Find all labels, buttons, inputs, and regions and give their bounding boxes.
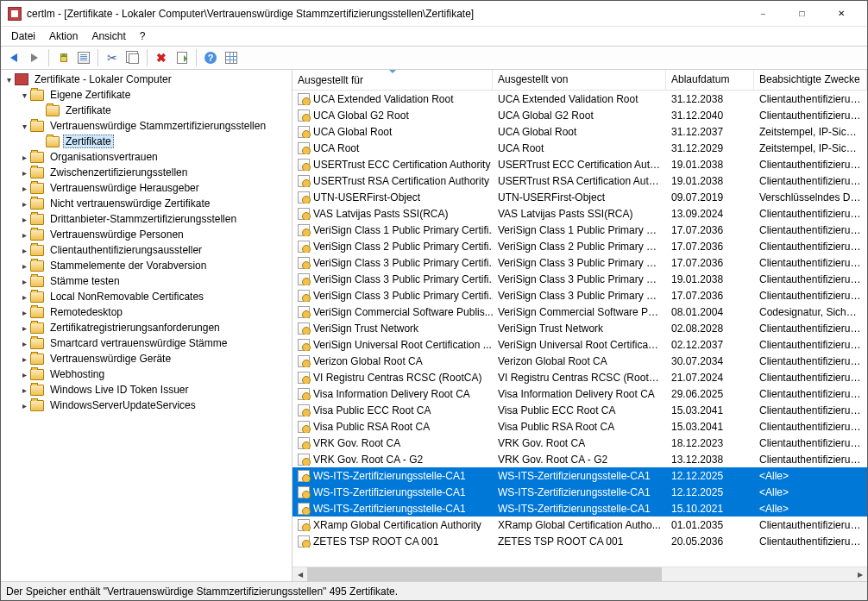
tree-item[interactable]: Zertifikate <box>3 134 290 149</box>
up-button[interactable] <box>53 48 72 67</box>
certificate-icon <box>298 535 310 548</box>
table-row[interactable]: UCA Extended Validation RootUCA Extended… <box>292 91 867 107</box>
table-row[interactable]: VRK Gov. Root CAVRK Gov. Root CA18.12.20… <box>292 435 867 451</box>
tree-item[interactable]: ▸Windows Live ID Token Issuer <box>3 382 290 398</box>
column-issued-to[interactable]: Ausgestellt für <box>292 70 493 90</box>
tree-item[interactable]: ▸Remotedesktop <box>3 304 290 320</box>
table-row[interactable]: UCA RootUCA Root31.12.2029Zeitstempel, I… <box>292 140 867 156</box>
minimize-button[interactable]: – <box>744 1 783 27</box>
tree-toggle-icon[interactable]: ▸ <box>18 354 30 364</box>
tree-toggle-icon[interactable]: ▸ <box>18 261 30 271</box>
scroll-left-button[interactable]: ◀ <box>292 567 307 582</box>
table-row[interactable]: Visa Public ECC Root CAVisa Public ECC R… <box>292 402 867 418</box>
table-row[interactable]: USERTrust ECC Certification AuthorityUSE… <box>292 156 867 172</box>
tree-item[interactable]: ▸Zwischenzertifizierungsstellen <box>3 165 290 180</box>
menu-view[interactable]: Ansicht <box>85 28 132 44</box>
tree-toggle-icon[interactable]: ▾ <box>18 91 30 100</box>
close-button[interactable]: ✕ <box>821 1 860 27</box>
tree-item[interactable]: ▸Local NonRemovable Certificates <box>3 289 290 304</box>
table-row[interactable]: VAS Latvijas Pasts SSI(RCA)VAS Latvijas … <box>292 205 867 222</box>
tree-item[interactable]: ▸Stammelemente der Vorabversion <box>3 258 290 273</box>
tree-item[interactable]: ▸Drittanbieter-Stammzertifizierungsstell… <box>3 211 290 227</box>
scroll-track[interactable] <box>307 567 852 582</box>
tree-toggle-icon[interactable]: ▸ <box>18 339 30 348</box>
properties-button[interactable] <box>74 48 93 67</box>
table-row[interactable]: UCA Global G2 RootUCA Global G2 Root31.1… <box>292 107 867 123</box>
tree-item[interactable]: ▾Vertrauenswürdige Stammzertifizierungss… <box>3 118 290 134</box>
table-row[interactable]: VeriSign Class 3 Public Primary Certifi.… <box>292 287 867 304</box>
tree-item[interactable]: ▸Webhosting <box>3 366 290 382</box>
table-row[interactable]: VeriSign Universal Root Certification ..… <box>292 336 867 353</box>
table-row[interactable]: VeriSign Class 2 Public Primary Certifi.… <box>292 238 867 254</box>
view-grid-button[interactable] <box>222 48 241 67</box>
scroll-thumb[interactable] <box>307 567 662 582</box>
tree-toggle-icon[interactable]: ▾ <box>18 122 30 131</box>
menu-file[interactable]: Datei <box>4 28 42 44</box>
table-row[interactable]: USERTrust RSA Certification AuthorityUSE… <box>292 172 867 189</box>
copy-button[interactable] <box>123 48 142 67</box>
tree-toggle-icon[interactable]: ▸ <box>18 153 30 162</box>
tree-toggle-icon[interactable]: ▸ <box>18 277 30 286</box>
tree-panel[interactable]: ▾Zertifikate - Lokaler Computer▾Eigene Z… <box>1 70 292 581</box>
table-row[interactable]: VeriSign Trust NetworkVeriSign Trust Net… <box>292 320 867 336</box>
tree-root[interactable]: ▾Zertifikate - Lokaler Computer <box>3 72 290 87</box>
help-button[interactable]: ? <box>201 48 220 67</box>
horizontal-scrollbar[interactable]: ◀ ▶ <box>292 567 867 581</box>
tree-item[interactable]: ▸Vertrauenswürdige Herausgeber <box>3 180 290 196</box>
table-row[interactable]: VRK Gov. Root CA - G2VRK Gov. Root CA - … <box>292 451 867 467</box>
tree-toggle-icon[interactable]: ▸ <box>18 199 30 209</box>
tree-toggle-icon[interactable]: ▸ <box>18 292 30 302</box>
table-row[interactable]: ZETES TSP ROOT CA 001ZETES TSP ROOT CA 0… <box>292 533 867 549</box>
tree-toggle-icon[interactable]: ▸ <box>18 246 30 255</box>
tree-toggle-icon[interactable]: ▸ <box>18 401 30 410</box>
tree-toggle-icon[interactable]: ▸ <box>18 323 30 333</box>
table-row[interactable]: WS-ITS-Zertifizierungsstelle-CA1WS-ITS-Z… <box>292 467 867 484</box>
export-button[interactable] <box>173 48 192 67</box>
table-row[interactable]: VI Registru Centras RCSC (RootCA)VI Regi… <box>292 369 867 385</box>
table-row[interactable]: VeriSign Class 1 Public Primary Certifi.… <box>292 222 867 238</box>
tree-toggle-icon[interactable]: ▸ <box>18 308 30 317</box>
tree-toggle-icon[interactable]: ▸ <box>18 230 30 240</box>
tree-item[interactable]: ▸Stämme testen <box>3 273 290 289</box>
tree-toggle-icon[interactable]: ▸ <box>18 385 30 395</box>
table-row[interactable]: XRamp Global Certification AuthorityXRam… <box>292 516 867 533</box>
column-issued-by[interactable]: Ausgestellt von <box>493 70 666 90</box>
tree-item[interactable]: ▸WindowsServerUpdateServices <box>3 398 290 413</box>
tree-toggle-icon[interactable]: ▸ <box>18 215 30 224</box>
menu-action[interactable]: Aktion <box>42 28 85 44</box>
table-row[interactable]: UCA Global RootUCA Global Root31.12.2037… <box>292 123 867 140</box>
table-row[interactable]: UTN-USERFirst-ObjectUTN-USERFirst-Object… <box>292 189 867 205</box>
table-row[interactable]: Visa Information Delivery Root CAVisa In… <box>292 385 867 402</box>
tree-item[interactable]: ▸Vertrauenswürdige Geräte <box>3 351 290 366</box>
tree-toggle-icon[interactable]: ▾ <box>3 75 15 85</box>
column-expiration[interactable]: Ablaufdatum <box>666 70 754 90</box>
column-purposes[interactable]: Beabsichtigte Zwecke <box>754 70 867 90</box>
menu-help[interactable]: ? <box>133 28 153 44</box>
tree-item[interactable]: ▸Smartcard vertrauenswürdige Stämme <box>3 335 290 351</box>
forward-button[interactable] <box>25 48 44 67</box>
tree-item[interactable]: ▸Organisationsvertrauen <box>3 149 290 165</box>
table-row[interactable]: VeriSign Class 3 Public Primary Certifi.… <box>292 254 867 271</box>
tree-item[interactable]: Zertifikate <box>3 103 290 118</box>
table-row[interactable]: WS-ITS-Zertifizierungsstelle-CA1WS-ITS-Z… <box>292 484 867 500</box>
tree-toggle-icon[interactable]: ▸ <box>18 184 30 193</box>
table-row[interactable]: WS-ITS-Zertifizierungsstelle-CA1WS-ITS-Z… <box>292 500 867 516</box>
tree-item[interactable]: ▸Zertifikatregistrierungsanforderungen <box>3 320 290 335</box>
maximize-button[interactable]: □ <box>783 1 821 27</box>
tree-item[interactable]: ▸Clientauthentifizierungsaussteller <box>3 242 290 258</box>
tree-item[interactable]: ▸Vertrauenswürdige Personen <box>3 227 290 242</box>
tree-toggle-icon[interactable]: ▸ <box>18 168 30 178</box>
table-row[interactable]: Verizon Global Root CAVerizon Global Roo… <box>292 353 867 369</box>
cell-issued-by: XRamp Global Certification Autho... <box>493 519 666 531</box>
tree-item[interactable]: ▾Eigene Zertifikate <box>3 87 290 103</box>
table-row[interactable]: Visa Public RSA Root CAVisa Public RSA R… <box>292 418 867 435</box>
tree-toggle-icon[interactable]: ▸ <box>18 370 30 379</box>
cut-button[interactable]: ✂ <box>103 48 122 67</box>
list-body[interactable]: UCA Extended Validation RootUCA Extended… <box>292 91 867 567</box>
table-row[interactable]: VeriSign Commercial Software Publis...Ve… <box>292 304 867 320</box>
tree-item[interactable]: ▸Nicht vertrauenswürdige Zertifikate <box>3 196 290 211</box>
delete-button[interactable]: ✖ <box>152 48 171 67</box>
scroll-right-button[interactable]: ▶ <box>852 567 867 582</box>
table-row[interactable]: VeriSign Class 3 Public Primary Certifi.… <box>292 271 867 287</box>
back-button[interactable] <box>4 48 23 67</box>
